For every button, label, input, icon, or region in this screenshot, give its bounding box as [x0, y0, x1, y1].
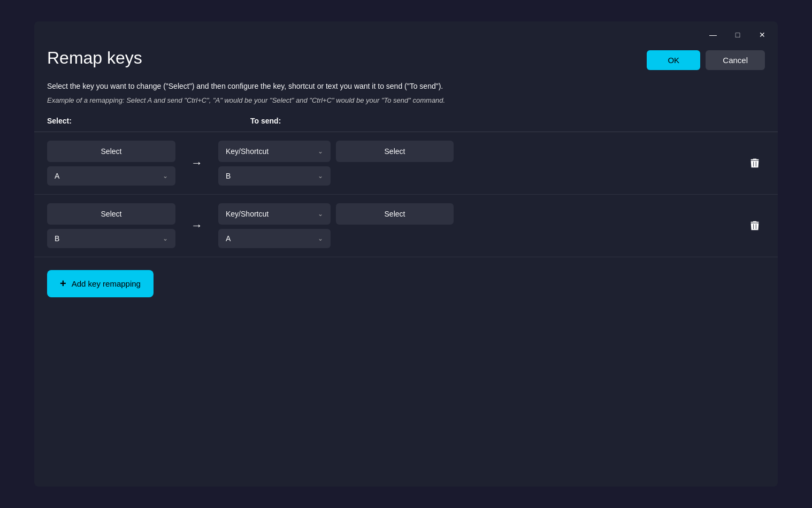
- select-dropdown-2[interactable]: B ⌄: [47, 229, 175, 248]
- mapping-row: Select B ⌄ → Key/Shortcut ⌄ Select: [34, 195, 778, 257]
- tosend-button-1[interactable]: Select: [336, 141, 454, 162]
- titlebar: — □ ✕: [34, 21, 778, 48]
- chevron-down-icon: ⌄: [318, 148, 323, 155]
- chevron-down-icon: ⌄: [163, 235, 168, 242]
- tosend-value-2: A: [226, 234, 231, 243]
- arrow-right-icon: →: [191, 219, 203, 233]
- tosend-right-1: Key/Shortcut ⌄ Select B ⌄: [218, 141, 733, 186]
- trash-icon: [749, 220, 761, 232]
- delete-button-1[interactable]: [745, 153, 765, 173]
- mapping-row: Select A ⌄ → Key/Shortcut ⌄ Select: [34, 132, 778, 195]
- select-left-1: Select A ⌄: [47, 141, 175, 186]
- type-dropdown-1[interactable]: Key/Shortcut ⌄: [218, 141, 331, 162]
- select-value-1: A: [55, 172, 59, 180]
- arrow-2: →: [175, 219, 218, 233]
- header-buttons: OK Cancel: [647, 48, 765, 70]
- select-column-label: Select:: [47, 117, 186, 125]
- add-button-label: Add key remapping: [72, 279, 141, 288]
- delete-button-2[interactable]: [745, 215, 765, 236]
- header-area: Remap keys Select the key you want to ch…: [34, 48, 778, 117]
- select-button-1[interactable]: Select: [47, 141, 175, 162]
- chevron-down-icon: ⌄: [318, 210, 323, 218]
- tosend-top-2: Key/Shortcut ⌄ Select: [218, 203, 733, 225]
- type-label-2: Key/Shortcut: [226, 210, 269, 218]
- type-dropdown-2[interactable]: Key/Shortcut ⌄: [218, 203, 331, 225]
- column-labels: Select: To send:: [34, 117, 778, 132]
- chevron-down-icon: ⌄: [163, 172, 168, 180]
- select-value-2: B: [55, 234, 59, 243]
- tosend-right-2: Key/Shortcut ⌄ Select A ⌄: [218, 203, 733, 248]
- trash-icon: [749, 157, 761, 169]
- tosend-button-2[interactable]: Select: [336, 203, 454, 225]
- remap-keys-dialog: — □ ✕ Remap keys Select the key you want…: [34, 21, 778, 487]
- delete-area-1: [733, 153, 765, 173]
- ok-button[interactable]: OK: [647, 50, 700, 70]
- minimize-button[interactable]: —: [705, 27, 721, 43]
- example-text: Example of a remapping: Select A and sen…: [47, 95, 647, 106]
- dialog-title: Remap keys: [47, 48, 647, 68]
- add-remapping-button[interactable]: + Add key remapping: [47, 270, 154, 297]
- plus-icon: +: [60, 278, 66, 290]
- tosend-top-1: Key/Shortcut ⌄ Select: [218, 141, 733, 162]
- cancel-button[interactable]: Cancel: [706, 50, 765, 70]
- arrow-1: →: [175, 156, 218, 170]
- description-text: Select the key you want to change ("Sele…: [47, 81, 647, 92]
- delete-area-2: [733, 215, 765, 236]
- select-left-2: Select B ⌄: [47, 203, 175, 248]
- title-section: Remap keys Select the key you want to ch…: [47, 48, 647, 106]
- mapping-section: Select A ⌄ → Key/Shortcut ⌄ Select: [34, 132, 778, 257]
- tosend-column-label: To send:: [250, 117, 281, 125]
- arrow-right-icon: →: [191, 156, 203, 170]
- tosend-value-dropdown-2[interactable]: A ⌄: [218, 229, 331, 248]
- tosend-value-dropdown-1[interactable]: B ⌄: [218, 166, 331, 186]
- select-button-2[interactable]: Select: [47, 203, 175, 225]
- maximize-button[interactable]: □: [730, 27, 746, 43]
- select-dropdown-1[interactable]: A ⌄: [47, 166, 175, 186]
- type-label-1: Key/Shortcut: [226, 147, 269, 156]
- chevron-down-icon: ⌄: [318, 172, 323, 180]
- close-button[interactable]: ✕: [754, 27, 770, 43]
- chevron-down-icon: ⌄: [318, 235, 323, 242]
- tosend-value-1: B: [226, 172, 231, 180]
